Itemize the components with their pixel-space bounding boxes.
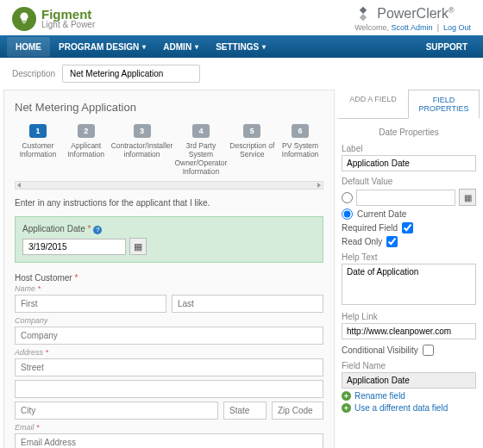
user-link[interactable]: Scott Admin — [392, 23, 433, 32]
step-nav: 1Customer Information 2Applicant Informa… — [15, 124, 323, 176]
readonly-checkbox[interactable] — [386, 236, 398, 247]
form-designer: Net Metering Application 1Customer Infor… — [3, 90, 335, 448]
brand-left: Figment Light & Power — [12, 7, 95, 31]
nav-home[interactable]: HOME — [7, 37, 50, 57]
host-customer-label: Host Customer * — [15, 273, 323, 283]
properties-panel: ADD A FIELD FIELD PROPERTIES Date Proper… — [338, 90, 480, 448]
description-label: Description — [12, 69, 55, 78]
prop-label-input[interactable] — [342, 155, 476, 171]
chevron-down-icon: ▾ — [195, 43, 198, 51]
info-icon[interactable]: ? — [93, 226, 102, 234]
powerclerk-icon — [354, 5, 372, 22]
welcome-text: Welcome, Scott Admin | Log Out — [354, 23, 471, 32]
calendar-button[interactable]: ▦ — [129, 238, 147, 255]
last-name-input[interactable] — [172, 295, 323, 313]
step-4[interactable]: 43rd Party System Owner/Operator Informa… — [174, 124, 227, 176]
nav-support[interactable]: SUPPORT — [417, 37, 476, 57]
page-title: Net Metering Application — [15, 101, 323, 114]
tab-add-field[interactable]: ADD A FIELD — [338, 90, 408, 118]
default-calendar-button[interactable]: ▦ — [459, 189, 476, 206]
city-input[interactable] — [15, 401, 218, 420]
brand-right: PowerClerk® — [354, 5, 471, 22]
bulb-icon — [12, 7, 36, 31]
company-input[interactable] — [15, 327, 323, 345]
step-scrollbar[interactable] — [15, 181, 323, 190]
calendar-icon: ▦ — [134, 241, 142, 252]
state-input[interactable] — [223, 401, 267, 420]
instructions-text: Enter in any instructions for the applic… — [15, 198, 323, 208]
brand-title: Figment — [41, 8, 95, 21]
street2-input[interactable] — [15, 380, 323, 398]
plus-icon: + — [342, 403, 351, 413]
step-3[interactable]: 3Contractor/Installer information — [111, 124, 173, 176]
rename-field-link[interactable]: +Rename field — [342, 391, 476, 401]
help-text-input[interactable] — [342, 264, 476, 305]
panel-title: Date Properties — [342, 128, 476, 137]
nav-admin[interactable]: ADMIN▾ — [154, 37, 207, 57]
description-input[interactable] — [62, 65, 200, 83]
default-value-input[interactable] — [356, 190, 455, 206]
first-name-input[interactable] — [15, 295, 166, 313]
zip-input[interactable] — [272, 401, 323, 420]
email-input[interactable] — [15, 433, 323, 448]
nav-settings[interactable]: SETTINGS▾ — [207, 37, 274, 57]
help-link-input[interactable] — [342, 323, 476, 339]
step-2[interactable]: 2Applicant Information — [63, 124, 110, 176]
plus-icon: + — [342, 391, 351, 401]
step-6[interactable]: 6PV System Information — [277, 124, 323, 176]
brand-subtitle: Light & Power — [41, 21, 95, 29]
chevron-down-icon: ▾ — [142, 43, 146, 51]
chevron-down-icon: ▾ — [262, 43, 266, 51]
required-checkbox[interactable] — [402, 222, 413, 233]
step-5[interactable]: 5Description of Service — [229, 124, 275, 176]
nav-program-design[interactable]: PROGRAM DESIGN▾ — [50, 37, 154, 57]
application-date-input[interactable] — [22, 239, 126, 255]
conditional-visibility-checkbox[interactable] — [423, 345, 434, 356]
selected-field-application-date[interactable]: Application Date * ? ▦ — [15, 216, 323, 263]
default-current-date-radio[interactable] — [342, 208, 353, 220]
tab-field-properties[interactable]: FIELD PROPERTIES — [408, 90, 480, 119]
field-name-input — [342, 372, 476, 389]
default-custom-radio[interactable] — [342, 192, 353, 203]
main-nav: HOME PROGRAM DESIGN▾ ADMIN▾ SETTINGS▾ SU… — [0, 35, 483, 58]
logout-link[interactable]: Log Out — [443, 23, 471, 32]
use-different-field-link[interactable]: +Use a different data field — [342, 403, 476, 413]
calendar-icon: ▦ — [464, 193, 472, 202]
street-input[interactable] — [15, 358, 323, 376]
step-1[interactable]: 1Customer Information — [15, 124, 61, 176]
